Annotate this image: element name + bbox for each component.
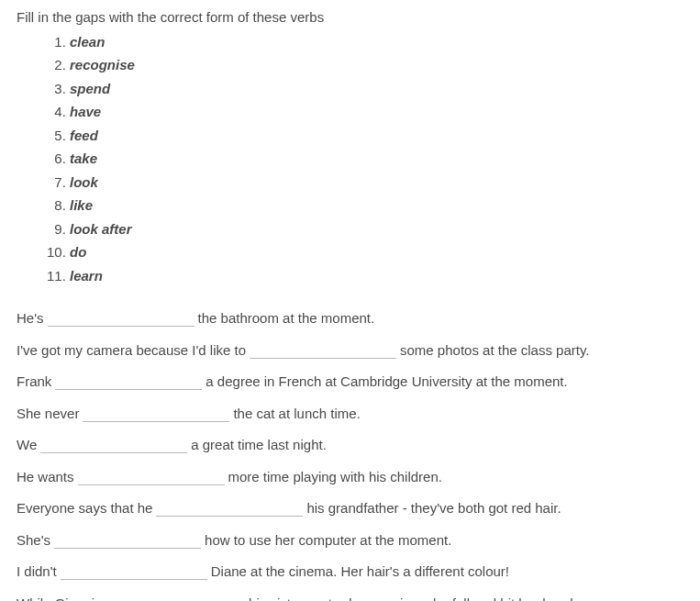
- verb-item: take: [70, 149, 683, 170]
- sentence-before: He wants: [17, 467, 74, 488]
- sentence-before: Everyone says that he: [17, 498, 152, 519]
- sentence-after: the cat at lunch time.: [233, 404, 360, 425]
- sentence-after: his sister yesterday evening, she fell a…: [249, 594, 577, 602]
- verb-text: feed: [70, 128, 98, 143]
- verb-item: like: [70, 195, 683, 217]
- sentence-row: Everyone says that hehis grandfather - t…: [17, 498, 683, 519]
- sentence-before: I've got my camera because I'd like to: [17, 340, 246, 362]
- gap-input[interactable]: [55, 373, 202, 390]
- sentence-after: Diane at the cinema. Her hair's a differ…: [211, 562, 509, 583]
- sentences-container: He'sthe bathroom at the moment.I've got …: [17, 308, 683, 601]
- sentence-after: some photos at the class party.: [400, 340, 590, 362]
- verb-item: learn: [70, 266, 683, 287]
- sentence-after: a great time last night.: [191, 435, 327, 456]
- verb-item: clean: [70, 32, 683, 53]
- verb-item: feed: [70, 126, 683, 147]
- sentence-row: She'show to use her computer at the mome…: [17, 530, 683, 551]
- verb-item: look: [70, 173, 683, 194]
- gap-input[interactable]: [40, 437, 187, 453]
- verb-item: have: [70, 102, 683, 123]
- sentence-row: I've got my camera because I'd like toso…: [17, 340, 683, 362]
- sentence-before: I didn't: [17, 562, 57, 583]
- verb-text: clean: [70, 34, 105, 50]
- gap-input[interactable]: [61, 563, 207, 580]
- verb-item: do: [70, 242, 683, 263]
- verb-item: recognise: [70, 55, 683, 76]
- gap-input[interactable]: [83, 406, 229, 422]
- verb-text: take: [70, 150, 97, 166]
- verb-item: spend: [70, 79, 683, 100]
- gap-input[interactable]: [54, 532, 201, 549]
- gap-input[interactable]: [48, 310, 194, 327]
- sentence-row: Franka degree in French at Cambridge Uni…: [17, 372, 683, 393]
- verb-text: do: [70, 244, 86, 260]
- gap-input[interactable]: [250, 342, 396, 359]
- sentence-before: She never: [17, 404, 79, 425]
- sentence-row: While Giannihis sister yesterday evening…: [17, 594, 683, 602]
- sentence-row: I didn'tDiane at the cinema. Her hair's …: [17, 562, 683, 583]
- sentence-before: Frank: [17, 372, 51, 393]
- sentence-row: He'sthe bathroom at the moment.: [17, 308, 683, 329]
- instruction-text: Fill in the gaps with the correct form o…: [17, 7, 683, 28]
- verb-text: like: [70, 197, 93, 213]
- verb-list: cleanrecognisespendhavefeedtakelooklikel…: [17, 32, 683, 287]
- verb-text: look after: [70, 221, 132, 237]
- sentence-after: the bathroom at the moment.: [198, 308, 375, 329]
- sentence-before: He's: [17, 308, 44, 329]
- sentence-before: She's: [17, 530, 50, 551]
- verb-text: look: [70, 174, 98, 190]
- sentence-after: more time playing with his children.: [228, 467, 442, 488]
- sentence-row: He wantsmore time playing with his child…: [17, 467, 683, 488]
- verb-item: look after: [70, 219, 683, 240]
- sentence-after: how to use her computer at the moment.: [205, 530, 451, 551]
- gap-input[interactable]: [156, 500, 303, 517]
- sentence-after: his grandfather - they've both got red h…: [306, 498, 561, 519]
- sentence-before: While Gianni: [17, 594, 94, 602]
- sentence-row: Wea great time last night.: [17, 435, 683, 456]
- sentence-before: We: [17, 435, 37, 456]
- verb-text: recognise: [70, 57, 135, 72]
- gap-input[interactable]: [78, 469, 225, 485]
- sentence-after: a degree in French at Cambridge Universi…: [206, 372, 567, 393]
- sentence-row: She neverthe cat at lunch time.: [17, 404, 683, 425]
- verb-text: learn: [70, 268, 103, 284]
- verb-text: have: [70, 104, 101, 119]
- verb-text: spend: [70, 81, 110, 96]
- gap-input[interactable]: [98, 595, 245, 602]
